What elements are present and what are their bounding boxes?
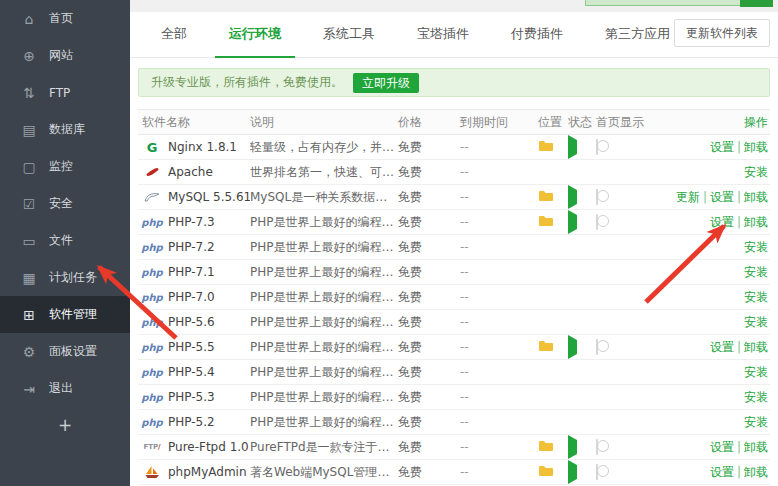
sidebar-item-home[interactable]: ⌂首页 <box>0 0 130 37</box>
upgrade-banner-text: 升级专业版，所有插件，免费使用。 <box>151 74 343 91</box>
column-header: 说明 <box>250 114 398 131</box>
software-name: PHP-7.1 <box>168 265 215 279</box>
home-show-toggle[interactable] <box>596 214 598 230</box>
action-link[interactable]: 安装 <box>744 290 768 304</box>
tab-all[interactable]: 全部 <box>147 12 201 58</box>
action-link[interactable]: 安装 <box>744 390 768 404</box>
toggle-knob <box>597 215 609 227</box>
home-show-toggle[interactable] <box>596 189 598 205</box>
home-show-toggle[interactable] <box>596 139 598 155</box>
table-body: GNginx 1.8.1轻量级，占有内存少，并发能力强免费--设置|卸载Apac… <box>138 135 770 485</box>
sidebar-item-database[interactable]: ▤数据库 <box>0 111 130 148</box>
tab-paid-plugins[interactable]: 付费插件 <box>497 12 577 58</box>
running-status-icon[interactable] <box>568 435 577 459</box>
sidebar-item-site[interactable]: ⊕网站 <box>0 37 130 74</box>
tab-system-tools[interactable]: 系统工具 <box>309 12 389 58</box>
sidebar-item-cron[interactable]: ▦计划任务 <box>0 259 130 296</box>
action-link[interactable]: 卸载 <box>744 140 768 154</box>
sidebar-item-panel[interactable]: ⚙面板设置 <box>0 333 130 370</box>
toggle-knob <box>597 340 609 352</box>
software-name: PHP-7.3 <box>168 215 215 229</box>
sidebar-menu: ⌂首页⊕网站⇅FTP▤数据库▢监控☑安全▭文件▦计划任务⊞软件管理⚙面板设置⇥退… <box>0 0 130 407</box>
update-software-list-button[interactable]: 更新软件列表 <box>674 19 770 47</box>
folder-icon[interactable] <box>538 341 554 355</box>
price-cell: 免费 <box>398 314 460 331</box>
action-link[interactable]: 设置 <box>710 140 734 154</box>
software-name-cell: phpPHP-7.2 <box>138 240 250 254</box>
location-cell <box>538 190 568 205</box>
action-cell: 设置|卸载 <box>658 439 770 456</box>
home-show-toggle[interactable] <box>596 339 598 355</box>
software-description: 世界排名第一，快速、可靠并且可通过简单的API.. <box>250 164 398 181</box>
software-name: Pure-Ftpd 1.0.47 <box>168 440 250 454</box>
action-link[interactable]: 设置 <box>710 340 734 354</box>
action-link[interactable]: 设置 <box>710 190 734 204</box>
running-status-icon[interactable] <box>568 335 577 359</box>
search-button-cropped[interactable] <box>740 0 773 7</box>
action-separator: | <box>737 465 741 479</box>
action-link[interactable]: 卸载 <box>744 465 768 479</box>
sidebar-item-software[interactable]: ⊞软件管理 <box>0 296 130 333</box>
column-header: 操作 <box>658 114 770 131</box>
sidebar-add-button[interactable]: + <box>0 407 130 443</box>
software-description: PHP是世界上最好的编程语言 <box>250 289 398 306</box>
upgrade-now-button[interactable]: 立即升级 <box>353 73 419 93</box>
sidebar-item-label: FTP <box>49 86 70 100</box>
software-name-cell: phpPHP-5.3 <box>138 390 250 404</box>
running-status-icon[interactable] <box>568 460 577 484</box>
software-description: PHP是世界上最好的编程语言 <box>250 264 398 281</box>
sidebar-item-logout[interactable]: ⇥退出 <box>0 370 130 407</box>
table-row: phpPHP-5.5PHP是世界上最好的编程语言免费--设置|卸载 <box>138 335 770 360</box>
price-cell: 免费 <box>398 214 460 231</box>
logout-icon: ⇥ <box>21 381 37 397</box>
table-row: phpMyAdmin 4.4著名Web端MySQL管理工具免费--设置|卸载 <box>138 460 770 485</box>
home-show-toggle[interactable] <box>596 464 598 480</box>
tab-third-party[interactable]: 第三方应用 <box>591 12 684 58</box>
folder-icon[interactable] <box>538 191 554 205</box>
table-header-row: 软件名称说明价格到期时间位置状态首页显示操作 <box>138 109 770 135</box>
expire-cell: -- <box>460 190 538 204</box>
action-link[interactable]: 设置 <box>710 465 734 479</box>
action-link[interactable]: 安装 <box>744 415 768 429</box>
folder-icon[interactable] <box>538 216 554 230</box>
running-status-icon[interactable] <box>568 185 577 209</box>
action-link[interactable]: 安装 <box>744 240 768 254</box>
folder-icon[interactable] <box>538 466 554 480</box>
search-input-cropped[interactable] <box>585 0 757 6</box>
php-app-icon: php <box>142 415 162 429</box>
action-link[interactable]: 安装 <box>744 165 768 179</box>
action-link[interactable]: 设置 <box>710 440 734 454</box>
home-show-toggle[interactable] <box>596 439 598 455</box>
software-description: PHP是世界上最好的编程语言 <box>250 339 398 356</box>
sidebar-item-security[interactable]: ☑安全 <box>0 185 130 222</box>
action-cell: 安装 <box>658 389 770 406</box>
folder-icon[interactable] <box>538 141 554 155</box>
action-link[interactable]: 卸载 <box>744 215 768 229</box>
action-link[interactable]: 更新 <box>676 190 700 204</box>
running-status-icon[interactable] <box>568 135 577 159</box>
action-link[interactable]: 安装 <box>744 265 768 279</box>
running-status-icon[interactable] <box>568 210 577 234</box>
action-link[interactable]: 设置 <box>710 215 734 229</box>
php-app-icon: php <box>142 290 162 304</box>
folder-icon[interactable] <box>538 441 554 455</box>
tab-runtime[interactable]: 运行环境 <box>215 12 295 58</box>
table-row: phpPHP-7.3PHP是世界上最好的编程语言免费--设置|卸载 <box>138 210 770 235</box>
action-link[interactable]: 卸载 <box>744 440 768 454</box>
sidebar-item-label: 首页 <box>49 10 73 27</box>
expire-cell: -- <box>460 315 538 329</box>
action-cell: 安装 <box>658 239 770 256</box>
upgrade-banner: 升级专业版，所有插件，免费使用。 立即升级 <box>138 68 770 97</box>
sidebar-item-monitor[interactable]: ▢监控 <box>0 148 130 185</box>
sidebar: ⌂首页⊕网站⇅FTP▤数据库▢监控☑安全▭文件▦计划任务⊞软件管理⚙面板设置⇥退… <box>0 0 130 486</box>
software-name: PHP-5.3 <box>168 390 215 404</box>
tab-bt-plugins[interactable]: 宝塔插件 <box>403 12 483 58</box>
action-link[interactable]: 卸载 <box>744 340 768 354</box>
action-link[interactable]: 安装 <box>744 365 768 379</box>
action-link[interactable]: 安装 <box>744 315 768 329</box>
sidebar-item-ftp[interactable]: ⇅FTP <box>0 74 130 111</box>
software-description: 轻量级，占有内存少，并发能力强 <box>250 139 398 156</box>
action-link[interactable]: 卸载 <box>744 190 768 204</box>
software-name-cell: Apache <box>138 165 250 179</box>
sidebar-item-files[interactable]: ▭文件 <box>0 222 130 259</box>
